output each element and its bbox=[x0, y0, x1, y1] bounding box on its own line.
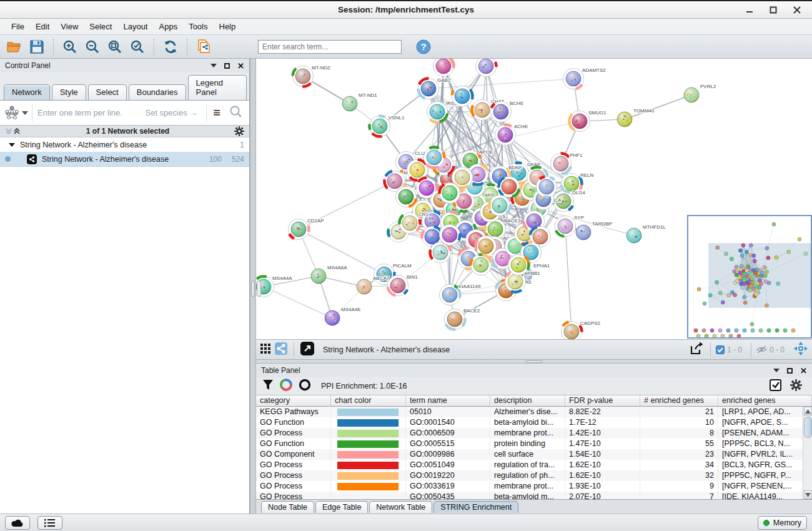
network-row[interactable]: String Network - Alzheimer's disease 100… bbox=[0, 152, 249, 166]
minimize-button[interactable] bbox=[746, 6, 753, 14]
column-header[interactable]: category bbox=[256, 395, 331, 406]
tab-edge-table[interactable]: Edge Table bbox=[315, 501, 368, 513]
string-dropdown-icon[interactable] bbox=[22, 111, 28, 115]
set-species-link[interactable]: Set species → bbox=[146, 108, 198, 117]
tab-node-table[interactable]: Node Table bbox=[261, 501, 314, 513]
network-node-vsnl1[interactable]: VSNL1 bbox=[370, 115, 405, 137]
network-canvas[interactable]: MT-ND2MT-ND1VSNL1GAB2ADAMTS2PVRL2SMUG1TO… bbox=[256, 59, 812, 340]
birdseye-view[interactable] bbox=[687, 215, 812, 339]
collapse-icon[interactable] bbox=[9, 143, 15, 147]
tab-network[interactable]: Network bbox=[4, 84, 50, 100]
close-panel-icon[interactable]: ✕ bbox=[237, 62, 244, 70]
memory-button[interactable]: Memory bbox=[758, 516, 807, 530]
zoom-out-button[interactable] bbox=[83, 37, 102, 56]
close-button[interactable] bbox=[793, 6, 801, 14]
table-row[interactable]: KEGG Pathways05010Alzheimer's dise...8.8… bbox=[256, 407, 812, 417]
pie-chart-icon[interactable] bbox=[280, 379, 292, 394]
string-query-input[interactable]: Enter one term per line. bbox=[32, 104, 146, 122]
menu-layout[interactable]: Layout bbox=[118, 20, 152, 33]
maximize-button[interactable] bbox=[770, 6, 777, 14]
table-header-row[interactable]: categorychart colorterm namedescriptionF… bbox=[256, 395, 812, 407]
column-header[interactable]: enriched genes bbox=[718, 395, 812, 406]
panel-menu-icon[interactable] bbox=[773, 369, 780, 372]
scroll-up-arrow[interactable] bbox=[804, 407, 812, 415]
network-node-tardbp[interactable]: TARDBP bbox=[576, 221, 612, 240]
open-session-button[interactable] bbox=[5, 37, 24, 56]
network-node-smug1[interactable]: SMUG1 bbox=[570, 110, 607, 132]
string-options-icon[interactable]: ≡ bbox=[206, 104, 227, 122]
network-node-phf1[interactable]: PHF1 bbox=[551, 152, 583, 174]
network-node-cd2ap[interactable]: CD2AP bbox=[289, 218, 324, 240]
table-row[interactable]: GO ProcessGO:0019220regulation of ph...1… bbox=[256, 470, 812, 481]
tab-legend-panel[interactable]: Legend Panel bbox=[188, 75, 247, 100]
network-node-bche[interactable]: BCHE bbox=[491, 101, 524, 122]
splitter-grip[interactable] bbox=[525, 360, 543, 363]
expand-collapse-icons[interactable] bbox=[5, 127, 21, 135]
menu-select[interactable]: Select bbox=[84, 20, 117, 33]
tab-style[interactable]: Style bbox=[52, 84, 86, 100]
splitter-grip[interactable] bbox=[251, 280, 255, 297]
table-row[interactable]: GO ProcessGO:0033619membrane prot...1.93… bbox=[256, 481, 812, 492]
table-row[interactable]: GO ProcessGO:0050435beta-amyloid m...2.0… bbox=[256, 492, 812, 499]
tab-boundaries[interactable]: Boundaries bbox=[129, 84, 186, 100]
float-panel-icon[interactable] bbox=[224, 63, 230, 69]
network-node-gab2[interactable]: GAB2 bbox=[418, 77, 451, 99]
table-scrollbar[interactable] bbox=[803, 407, 812, 499]
column-header[interactable]: term name bbox=[406, 395, 490, 406]
network-node-mt-nd1[interactable]: MT-ND1 bbox=[342, 92, 377, 111]
network-settings-gear-icon[interactable] bbox=[234, 126, 244, 136]
table-row[interactable]: GO ProcessGO:0006509membrane prot...1.42… bbox=[256, 428, 812, 439]
network-node[interactable] bbox=[452, 86, 473, 107]
network-node-adamts2[interactable]: ADAMTS2 bbox=[563, 67, 607, 89]
graphics-details-icon[interactable] bbox=[260, 343, 271, 357]
network-node-kiaa1149[interactable]: KIAA1149 bbox=[440, 284, 481, 305]
pan-compass-icon[interactable] bbox=[793, 341, 808, 359]
network-node-tomm40[interactable]: TOMM40 bbox=[617, 108, 655, 127]
ring-chart-icon[interactable] bbox=[299, 379, 311, 394]
string-search-icon[interactable] bbox=[227, 105, 245, 121]
zoom-selected-button[interactable] bbox=[128, 37, 147, 56]
column-header[interactable]: # enriched genes bbox=[640, 395, 718, 406]
network-node[interactable] bbox=[476, 59, 497, 77]
scroll-down-arrow[interactable] bbox=[804, 490, 812, 499]
filter-icon[interactable] bbox=[262, 379, 274, 393]
network-node-abca7[interactable]: ABCA7 bbox=[357, 275, 390, 294]
task-history-button[interactable] bbox=[37, 516, 62, 530]
column-header[interactable]: FDR p-value bbox=[565, 395, 640, 406]
vertical-splitter[interactable] bbox=[250, 59, 256, 514]
export-network-icon[interactable] bbox=[689, 341, 704, 359]
table-row[interactable]: GO FunctionGO:0001540beta-amyloid bi...1… bbox=[256, 417, 812, 428]
tab-string-enrichment[interactable]: STRING Enrichment bbox=[433, 501, 518, 513]
detach-view-icon[interactable] bbox=[300, 342, 314, 358]
menu-apps[interactable]: Apps bbox=[154, 20, 183, 33]
refresh-button[interactable] bbox=[161, 37, 180, 56]
horizontal-splitter[interactable] bbox=[256, 360, 812, 364]
cloud-button[interactable] bbox=[5, 516, 30, 530]
network-node-ms4a4a[interactable]: MS4A4A bbox=[256, 275, 292, 297]
panel-menu-icon[interactable] bbox=[210, 64, 217, 67]
clone-network-button[interactable] bbox=[194, 37, 213, 56]
help-button[interactable]: ? bbox=[414, 37, 433, 56]
table-row[interactable]: GO ComponentGO:0009986cell surface1.54E-… bbox=[256, 449, 812, 460]
tab-network-table[interactable]: Network Table bbox=[369, 501, 432, 513]
network-node-mt-nd2[interactable]: MT-ND2 bbox=[293, 65, 331, 87]
column-header[interactable]: chart color bbox=[331, 395, 406, 406]
network-node[interactable] bbox=[490, 196, 510, 216]
network-node-ms4a6a[interactable]: MS4A6A bbox=[311, 265, 347, 284]
scroll-thumb[interactable] bbox=[804, 417, 812, 438]
search-input[interactable] bbox=[258, 40, 402, 54]
network-node[interactable] bbox=[440, 183, 460, 204]
save-session-button[interactable] bbox=[27, 37, 46, 56]
network-node[interactable] bbox=[471, 255, 492, 275]
menu-help[interactable]: Help bbox=[214, 20, 241, 33]
tab-select[interactable]: Select bbox=[88, 84, 127, 100]
canvas-splitter-grip[interactable] bbox=[257, 280, 261, 297]
network-node[interactable] bbox=[440, 225, 460, 246]
zoom-fit-button[interactable] bbox=[106, 37, 124, 56]
table-settings-gear-icon[interactable] bbox=[790, 379, 802, 394]
network-node[interactable] bbox=[433, 59, 454, 77]
menu-view[interactable]: View bbox=[56, 20, 83, 33]
network-node[interactable] bbox=[499, 177, 520, 197]
table-row[interactable]: GO FunctionGO:0005515protein binding1.47… bbox=[256, 439, 812, 449]
close-panel-icon[interactable]: ✕ bbox=[800, 367, 807, 375]
